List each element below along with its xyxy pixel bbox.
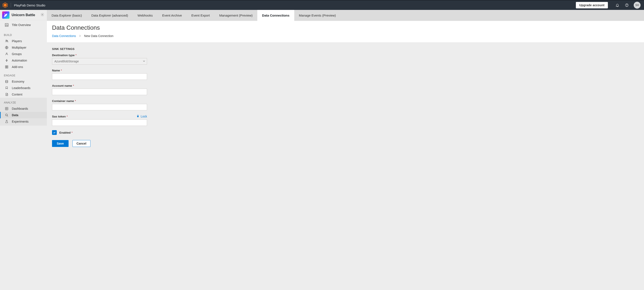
destination-type-select[interactable] <box>52 58 147 65</box>
field-enabled: Enabled* <box>52 130 639 135</box>
svg-rect-17 <box>5 67 6 68</box>
required-indicator: * <box>72 131 73 134</box>
playfab-logo[interactable] <box>2 2 8 8</box>
sidebar-item-label: Groups <box>12 52 22 56</box>
game-icon[interactable] <box>2 12 10 19</box>
field-name: Name* <box>52 69 147 80</box>
page-header: Data Connections Data Connections New Da… <box>47 21 644 43</box>
sidebar-item-groups[interactable]: Groups <box>0 51 47 57</box>
lock-link[interactable]: Lock <box>136 115 147 118</box>
form-actions: Save Cancel <box>52 140 639 147</box>
account-name-input[interactable] <box>52 89 147 95</box>
svg-marker-1 <box>4 4 7 7</box>
svg-point-25 <box>6 114 8 116</box>
sidebar-item-label: Experiments <box>12 120 28 123</box>
destination-type-label: Destination type <box>52 54 74 57</box>
required-indicator: * <box>61 69 62 72</box>
svg-rect-28 <box>137 116 139 117</box>
sidebar: Unicorn Battle Title Overview BUILD Play… <box>0 10 47 290</box>
field-container-name: Container name* <box>52 99 147 110</box>
svg-point-5 <box>42 14 43 15</box>
container-name-input[interactable] <box>52 104 147 110</box>
title-header: Unicorn Battle <box>0 10 47 20</box>
tab-data-connections[interactable]: Data Connections <box>257 10 294 21</box>
save-button[interactable]: Save <box>52 140 68 147</box>
required-indicator: * <box>75 99 76 103</box>
players-icon <box>5 39 8 43</box>
upgrade-account-button[interactable]: Upgrade account <box>576 2 608 9</box>
svg-rect-16 <box>7 66 8 67</box>
svg-point-4 <box>4 14 5 15</box>
sidebar-item-label: Title Overview <box>12 23 31 27</box>
sidebar-item-multiplayer[interactable]: Multiplayer <box>0 44 47 51</box>
game-title[interactable]: Unicorn Battle <box>12 13 40 17</box>
sidebar-item-label: Multiplayer <box>12 46 26 49</box>
lock-icon <box>136 115 139 118</box>
section-label-build: BUILD <box>0 30 47 38</box>
sidebar-item-players[interactable]: Players <box>0 38 47 44</box>
notifications-icon[interactable] <box>615 3 620 8</box>
sas-token-input[interactable] <box>52 119 147 126</box>
sidebar-item-content[interactable]: Content <box>0 91 47 98</box>
form-area: SINK SETTINGS Destination type* Name* Ac… <box>47 43 644 156</box>
multiplayer-icon <box>5 46 8 49</box>
chevron-right-icon <box>79 34 81 38</box>
svg-line-26 <box>7 116 8 117</box>
sidebar-item-label: Dashboards <box>12 107 28 110</box>
automation-icon <box>5 59 8 62</box>
breadcrumb: Data Connections New Data Connection <box>52 34 639 38</box>
main-content: Data Explorer (basic) Data Explorer (adv… <box>47 10 644 290</box>
cancel-button[interactable]: Cancel <box>72 140 90 147</box>
lock-label: Lock <box>140 115 147 118</box>
name-input[interactable] <box>52 73 147 80</box>
sidebar-item-economy[interactable]: Economy <box>0 78 47 85</box>
sidebar-item-leaderboards[interactable]: Leaderboards <box>0 85 47 91</box>
required-indicator: * <box>76 54 76 57</box>
svg-rect-15 <box>5 66 6 67</box>
sidebar-item-label: Automation <box>12 59 27 62</box>
tab-manage-events-preview[interactable]: Manage Events (Preview) <box>294 10 341 21</box>
help-icon[interactable] <box>624 3 630 8</box>
sidebar-item-label: Leaderboards <box>12 86 30 90</box>
sidebar-item-label: Add-ons <box>12 65 23 69</box>
gear-icon[interactable] <box>40 13 44 17</box>
topbar: PlayFab Demo Studio Upgrade account SH <box>0 0 644 10</box>
sidebar-item-automation[interactable]: Automation <box>0 57 47 64</box>
sidebar-item-data[interactable]: Data <box>0 112 47 118</box>
sidebar-item-label: Economy <box>12 80 24 83</box>
leaderboards-icon <box>5 86 8 90</box>
tab-webhooks[interactable]: Webhooks <box>133 10 158 21</box>
name-label: Name <box>52 69 60 72</box>
tab-management-preview[interactable]: Management (Preview) <box>214 10 257 21</box>
sidebar-item-addons[interactable]: Add-ons <box>0 64 47 70</box>
svg-rect-18 <box>7 67 8 68</box>
sidebar-item-dashboards[interactable]: Dashboards <box>0 105 47 112</box>
sidebar-item-label: Players <box>12 39 22 43</box>
svg-point-14 <box>6 53 7 54</box>
page-title: Data Connections <box>52 24 639 31</box>
required-indicator: * <box>67 115 68 118</box>
svg-point-12 <box>7 40 8 41</box>
svg-point-19 <box>6 80 8 81</box>
sas-token-label: Sas token <box>52 115 66 118</box>
tabs: Data Explorer (basic) Data Explorer (adv… <box>47 10 644 21</box>
sidebar-item-title-overview[interactable]: Title Overview <box>0 20 47 30</box>
tab-event-export[interactable]: Event Export <box>186 10 214 21</box>
content-icon <box>5 93 8 96</box>
section-label-analyze: ANALYZE <box>0 98 47 105</box>
enabled-checkbox[interactable] <box>52 130 57 135</box>
sidebar-item-label: Data <box>12 113 18 117</box>
studio-name[interactable]: PlayFab Demo Studio <box>14 4 45 7</box>
required-indicator: * <box>73 84 74 87</box>
avatar[interactable]: SH <box>634 2 640 9</box>
tab-data-explorer-advanced[interactable]: Data Explorer (advanced) <box>87 10 133 21</box>
breadcrumb-link[interactable]: Data Connections <box>52 34 76 38</box>
economy-icon <box>5 80 8 83</box>
sidebar-item-experiments[interactable]: Experiments <box>0 118 47 125</box>
topbar-divider <box>11 3 11 8</box>
container-name-label: Container name <box>52 99 74 103</box>
groups-icon <box>5 52 8 56</box>
tab-event-archive[interactable]: Event Archive <box>157 10 186 21</box>
tab-data-explorer-basic[interactable]: Data Explorer (basic) <box>47 10 87 21</box>
field-destination-type: Destination type* <box>52 54 147 65</box>
